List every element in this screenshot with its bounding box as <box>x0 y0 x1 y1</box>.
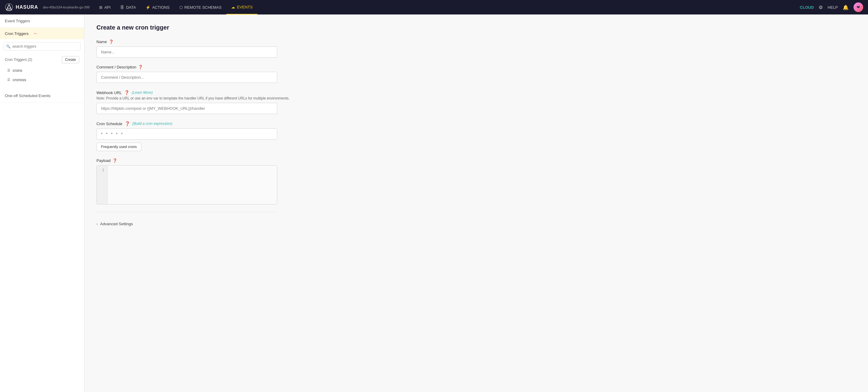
nav-events[interactable]: ☁ EVENTS <box>226 0 257 14</box>
comment-help-icon[interactable]: ❓ <box>138 65 143 69</box>
comment-input[interactable] <box>96 72 277 83</box>
nav-links: ⊞ API 🗄 DATA ⚡ ACTIONS ⬡ REMOTE SCHEMAS … <box>94 0 800 14</box>
name-section: Name ❓ <box>96 39 856 58</box>
nav-actions[interactable]: ⚡ ACTIONS <box>141 0 175 14</box>
nav-remote-schemas[interactable]: ⬡ REMOTE SCHEMAS <box>175 0 227 14</box>
topnav: HASURA dev-45bc534-krushanfix-gs-399 ⊞ A… <box>0 0 868 14</box>
line-numbers: 1 <box>97 165 107 204</box>
actions-icon: ⚡ <box>146 5 150 10</box>
event-triggers-header: Event Triggers <box>0 14 84 28</box>
build-cron-link[interactable]: (Build a cron expression) <box>132 122 173 126</box>
main-content: Create a new cron trigger Name ❓ Comment… <box>84 14 868 392</box>
nav-data[interactable]: 🗄 DATA <box>116 0 141 14</box>
cron-triggers-subheader: Cron Triggers (2) Create <box>0 54 84 66</box>
trigger-icon-2: ☰ <box>7 78 10 82</box>
api-icon: ⊞ <box>99 5 102 10</box>
create-button[interactable]: Create <box>62 56 79 63</box>
cloud-link[interactable]: CLOUD <box>800 5 814 10</box>
arrow-indicator: ← <box>33 31 38 36</box>
webhook-label: Webhook URL <box>96 90 122 95</box>
divider <box>96 212 277 212</box>
name-label: Name ❓ <box>96 39 856 44</box>
search-input[interactable] <box>4 42 81 51</box>
trigger-icon: ☰ <box>7 68 10 72</box>
payload-help-icon[interactable]: ❓ <box>113 158 117 163</box>
comment-label: Comment / Description ❓ <box>96 65 856 69</box>
page-title: Create a new cron trigger <box>96 24 856 31</box>
webhook-label-row: Webhook URL ❓ (Learn More) <box>96 90 856 95</box>
webhook-section: Webhook URL ❓ (Learn More) Note: Provide… <box>96 90 856 114</box>
payload-editor: 1 <box>96 165 277 205</box>
events-icon: ☁ <box>231 5 235 9</box>
avatar[interactable]: ❤ <box>854 2 863 12</box>
webhook-input[interactable] <box>96 103 277 114</box>
freq-crons-button[interactable]: Frequently used crons <box>96 143 141 151</box>
cron-schedule-label: Cron Schedule <box>96 122 122 126</box>
settings-icon[interactable]: ⚙ <box>818 4 823 10</box>
notifications-icon[interactable]: 🔔 <box>843 4 849 10</box>
learn-more-link[interactable]: (Learn More) <box>132 90 153 95</box>
name-help-icon[interactable]: ❓ <box>109 39 114 44</box>
sidebar-item-cron-triggers[interactable]: Cron Triggers ← <box>0 28 84 39</box>
webhook-help-icon[interactable]: ❓ <box>124 90 129 95</box>
cron-input[interactable] <box>96 128 277 140</box>
payload-textarea[interactable] <box>107 165 277 204</box>
data-icon: 🗄 <box>120 5 124 10</box>
trigger-item-crons[interactable]: ☰ crons <box>0 66 84 75</box>
layout: Event Triggers Cron Triggers ← 🔍 Cron Tr… <box>0 14 868 392</box>
advanced-settings-toggle[interactable]: › Advanced Settings <box>96 219 856 229</box>
nav-api[interactable]: ⊞ API <box>94 0 116 14</box>
sidebar: Event Triggers Cron Triggers ← 🔍 Cron Tr… <box>0 14 84 392</box>
sidebar-search-container: 🔍 <box>0 39 84 54</box>
webhook-note: Note: Provide a URL or use an env var to… <box>96 96 856 100</box>
comment-section: Comment / Description ❓ <box>96 65 856 83</box>
topnav-right: CLOUD ⚙ HELP 🔔 ❤ <box>800 2 863 12</box>
logo[interactable]: HASURA <box>5 3 38 11</box>
search-wrap: 🔍 <box>4 42 81 51</box>
cron-schedule-label-row: Cron Schedule ❓ (Build a cron expression… <box>96 121 856 126</box>
remote-icon: ⬡ <box>179 5 183 10</box>
name-input[interactable] <box>96 47 277 58</box>
cron-help-icon[interactable]: ❓ <box>125 121 130 126</box>
cron-schedule-section: Cron Schedule ❓ (Build a cron expression… <box>96 121 856 151</box>
chevron-right-icon: › <box>96 222 98 226</box>
trigger-item-cronsss[interactable]: ☰ cronsss <box>0 75 84 84</box>
one-off-header: One-off Scheduled Events <box>0 89 84 102</box>
payload-label: Payload ❓ <box>96 158 856 163</box>
branch-label: dev-45bc534-krushanfix-gs-399 <box>43 5 90 9</box>
search-icon: 🔍 <box>6 44 10 49</box>
help-link[interactable]: HELP <box>828 5 838 10</box>
payload-section: Payload ❓ 1 <box>96 158 856 205</box>
